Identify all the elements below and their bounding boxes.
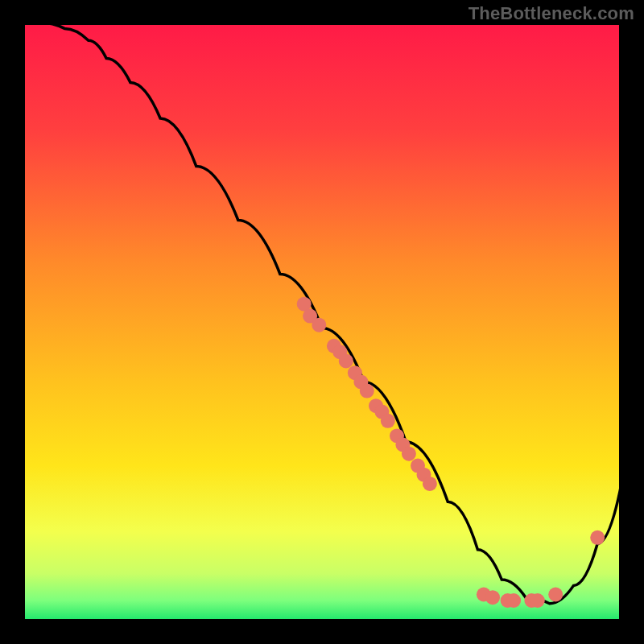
- watermark-text: TheBottleneck.com: [469, 3, 634, 24]
- data-marker: [339, 353, 353, 368]
- data-marker: [548, 588, 563, 602]
- data-marker: [530, 593, 545, 608]
- data-marker: [506, 593, 521, 608]
- data-marker: [312, 318, 326, 332]
- data-marker: [485, 590, 500, 605]
- data-marker: [402, 447, 416, 461]
- chart-stage: TheBottleneck.com: [0, 0, 644, 644]
- data-marker: [590, 530, 605, 545]
- data-marker: [381, 414, 395, 428]
- data-marker: [360, 384, 374, 398]
- data-marker: [423, 477, 437, 491]
- chart-svg: [0, 0, 644, 644]
